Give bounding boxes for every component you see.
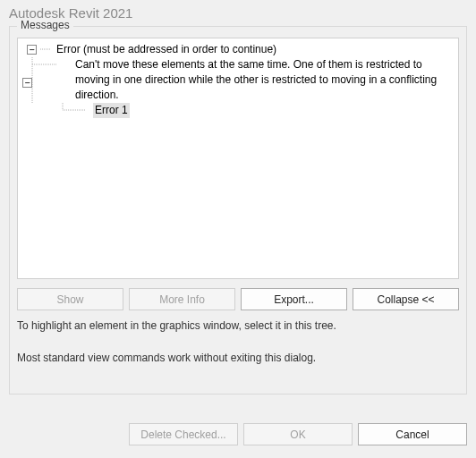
hint-highlight: To highlight an element in the graphics … (17, 319, 459, 332)
tree-connector (21, 103, 91, 118)
tree-node-label: Error 1 (91, 103, 455, 118)
collapse-icon[interactable]: − (22, 78, 32, 88)
hint-viewcmds: Most standard view commands work without… (17, 352, 459, 364)
dialog-bottom-bar: Delete Checked... OK Cancel (0, 411, 476, 458)
collapse-icon[interactable]: − (27, 45, 37, 55)
tree-node-root[interactable]: − Error (must be addressed in order to c… (21, 42, 455, 57)
tree-node-error1[interactable]: Error 1 (21, 103, 455, 118)
cancel-button[interactable]: Cancel (358, 423, 467, 445)
messages-group: Messages − Error (must be addressed in o… (9, 26, 467, 394)
tree-connector (21, 42, 27, 57)
tree-connector (40, 42, 55, 57)
messages-group-label: Messages (17, 19, 73, 31)
messages-tree[interactable]: − Error (must be addressed in order to c… (17, 38, 459, 279)
more-info-button: More Info (129, 288, 235, 310)
dialog-window: Autodesk Revit 2021 Messages − Error (mu (0, 0, 476, 458)
tree-node-message[interactable]: − Can't move these elements at the same … (21, 57, 455, 103)
tree-connector (21, 57, 73, 72)
show-button: Show (17, 288, 123, 310)
collapse-button[interactable]: Collapse << (353, 288, 459, 310)
delete-checked-button: Delete Checked... (129, 423, 238, 445)
tree-node-selected[interactable]: Error 1 (93, 103, 130, 118)
tree-node-text: Can't move these elements at the same ti… (75, 58, 437, 101)
dialog-content: Messages − Error (must be addressed in o… (0, 26, 476, 411)
ok-button: OK (243, 423, 353, 445)
export-button[interactable]: Export... (241, 288, 347, 310)
tree-node-label: Error (must be addressed in order to con… (55, 42, 455, 57)
messages-button-row: Show More Info Export... Collapse << (17, 288, 459, 310)
